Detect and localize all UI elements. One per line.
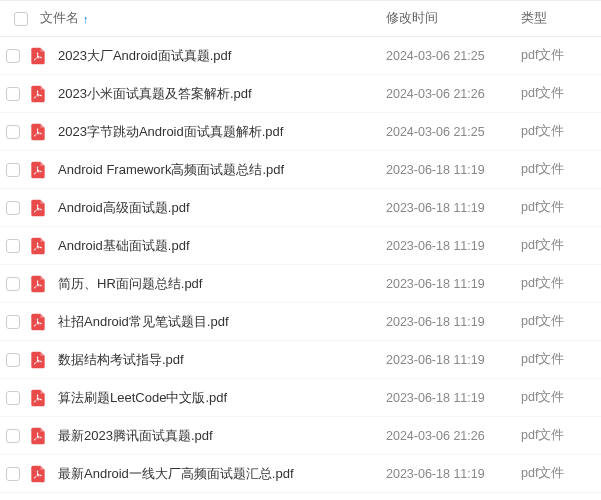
pdf-file-icon: [28, 426, 48, 446]
file-type: pdf文件: [521, 351, 601, 368]
pdf-file-icon: [28, 46, 48, 66]
column-header-type[interactable]: 类型: [521, 10, 601, 27]
file-date: 2024-03-06 21:25: [386, 125, 521, 139]
file-type: pdf文件: [521, 427, 601, 444]
sort-ascending-icon: ↑: [83, 13, 89, 25]
table-row[interactable]: Android高级面试题.pdf 2023-06-18 11:19 pdf文件: [0, 189, 601, 227]
pdf-file-icon: [28, 236, 48, 256]
file-type: pdf文件: [521, 85, 601, 102]
file-date: 2024-03-06 21:25: [386, 49, 521, 63]
file-name[interactable]: 2023字节跳动Android面试真题解析.pdf: [58, 123, 386, 141]
row-checkbox[interactable]: [6, 125, 20, 139]
file-date: 2024-03-06 21:26: [386, 87, 521, 101]
file-date: 2023-06-18 11:19: [386, 277, 521, 291]
file-type: pdf文件: [521, 199, 601, 216]
pdf-file-icon: [28, 274, 48, 294]
file-date: 2023-06-18 11:19: [386, 391, 521, 405]
pdf-file-icon: [28, 464, 48, 484]
file-name[interactable]: 最新2023腾讯面试真题.pdf: [58, 427, 386, 445]
pdf-file-icon: [28, 388, 48, 408]
pdf-file-icon: [28, 350, 48, 370]
file-date: 2023-06-18 11:19: [386, 163, 521, 177]
file-type: pdf文件: [521, 275, 601, 292]
column-header-name[interactable]: 文件名 ↑: [0, 10, 386, 27]
row-checkbox[interactable]: [6, 201, 20, 215]
table-row[interactable]: 2023字节跳动Android面试真题解析.pdf 2024-03-06 21:…: [0, 113, 601, 151]
row-checkbox[interactable]: [6, 239, 20, 253]
table-row[interactable]: 数据结构考试指导.pdf 2023-06-18 11:19 pdf文件: [0, 341, 601, 379]
file-name[interactable]: 社招Android常见笔试题目.pdf: [58, 313, 386, 331]
table-row[interactable]: 社招Android常见笔试题目.pdf 2023-06-18 11:19 pdf…: [0, 303, 601, 341]
row-checkbox[interactable]: [6, 49, 20, 63]
file-type: pdf文件: [521, 237, 601, 254]
row-checkbox[interactable]: [6, 315, 20, 329]
file-date: 2023-06-18 11:19: [386, 239, 521, 253]
pdf-file-icon: [28, 312, 48, 332]
row-checkbox[interactable]: [6, 467, 20, 481]
pdf-file-icon: [28, 198, 48, 218]
row-checkbox[interactable]: [6, 429, 20, 443]
row-checkbox[interactable]: [6, 277, 20, 291]
file-name[interactable]: 2023小米面试真题及答案解析.pdf: [58, 85, 386, 103]
file-name[interactable]: 数据结构考试指导.pdf: [58, 351, 386, 369]
row-checkbox[interactable]: [6, 163, 20, 177]
table-row[interactable]: 算法刷题LeetCode中文版.pdf 2023-06-18 11:19 pdf…: [0, 379, 601, 417]
column-name-label: 文件名: [40, 10, 79, 27]
table-row[interactable]: 最新Android一线大厂高频面试题汇总.pdf 2023-06-18 11:1…: [0, 455, 601, 493]
column-header-date[interactable]: 修改时间: [386, 10, 521, 27]
table-row[interactable]: 简历、HR面问题总结.pdf 2023-06-18 11:19 pdf文件: [0, 265, 601, 303]
file-name[interactable]: Android基础面试题.pdf: [58, 237, 386, 255]
file-name[interactable]: 算法刷题LeetCode中文版.pdf: [58, 389, 386, 407]
pdf-file-icon: [28, 160, 48, 180]
file-type: pdf文件: [521, 389, 601, 406]
select-all-checkbox[interactable]: [14, 12, 28, 26]
row-checkbox[interactable]: [6, 87, 20, 101]
file-date: 2023-06-18 11:19: [386, 315, 521, 329]
file-name[interactable]: 最新Android一线大厂高频面试题汇总.pdf: [58, 465, 386, 483]
table-row[interactable]: Android基础面试题.pdf 2023-06-18 11:19 pdf文件: [0, 227, 601, 265]
file-list: 文件名 ↑ 修改时间 类型 2023大厂Android面试真题.pdf 2024…: [0, 0, 601, 493]
file-date: 2023-06-18 11:19: [386, 353, 521, 367]
table-row[interactable]: Android Framework高频面试题总结.pdf 2023-06-18 …: [0, 151, 601, 189]
file-rows: 2023大厂Android面试真题.pdf 2024-03-06 21:25 p…: [0, 37, 601, 493]
file-date: 2024-03-06 21:26: [386, 429, 521, 443]
table-row[interactable]: 2023小米面试真题及答案解析.pdf 2024-03-06 21:26 pdf…: [0, 75, 601, 113]
file-type: pdf文件: [521, 161, 601, 178]
file-date: 2023-06-18 11:19: [386, 201, 521, 215]
pdf-file-icon: [28, 122, 48, 142]
pdf-file-icon: [28, 84, 48, 104]
file-date: 2023-06-18 11:19: [386, 467, 521, 481]
file-type: pdf文件: [521, 465, 601, 482]
file-name[interactable]: Android Framework高频面试题总结.pdf: [58, 161, 386, 179]
table-header: 文件名 ↑ 修改时间 类型: [0, 1, 601, 37]
row-checkbox[interactable]: [6, 391, 20, 405]
file-name[interactable]: 简历、HR面问题总结.pdf: [58, 275, 386, 293]
file-type: pdf文件: [521, 123, 601, 140]
table-row[interactable]: 2023大厂Android面试真题.pdf 2024-03-06 21:25 p…: [0, 37, 601, 75]
row-checkbox[interactable]: [6, 353, 20, 367]
table-row[interactable]: 最新2023腾讯面试真题.pdf 2024-03-06 21:26 pdf文件: [0, 417, 601, 455]
file-type: pdf文件: [521, 47, 601, 64]
file-name[interactable]: Android高级面试题.pdf: [58, 199, 386, 217]
file-name[interactable]: 2023大厂Android面试真题.pdf: [58, 47, 386, 65]
file-type: pdf文件: [521, 313, 601, 330]
